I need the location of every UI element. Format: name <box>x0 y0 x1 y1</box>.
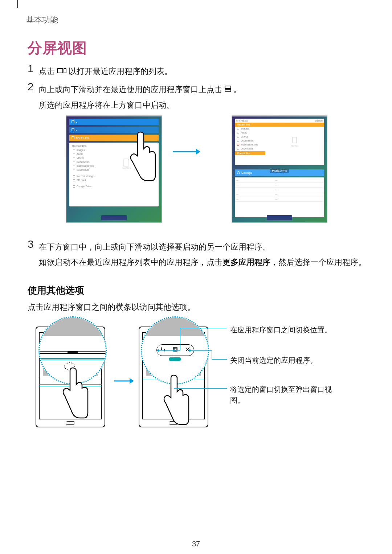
fig1r-search: Search <box>315 119 323 122</box>
step-1-number: 1 <box>28 62 34 75</box>
callout-popout: 将选定的窗口切换至弹出窗口视图。 <box>230 384 339 406</box>
svg-marker-7 <box>196 149 200 155</box>
step-1-text-b: 以打开最近应用程序的列表。 <box>69 67 172 76</box>
subsection-text: 点击应用程序窗口之间的横条以访问其他选项。 <box>28 300 195 315</box>
fig1r-settings-list: —— —— —— —— —— <box>235 177 324 217</box>
svg-rect-0 <box>57 69 63 73</box>
callout-swap: 在应用程序窗口之间切换位置。 <box>230 324 339 335</box>
subsection-heading: 使用其他选项 <box>28 284 84 297</box>
gear-icon <box>237 171 240 174</box>
hand-touch-icon <box>55 359 99 432</box>
breadcrumb: 基本功能 <box>26 15 58 25</box>
step-2-text-line2: 所选的应用程序将在上方窗口中启动。 <box>39 100 175 110</box>
fig1r-documents: Documents <box>241 139 253 142</box>
leader-line <box>174 350 174 388</box>
svg-rect-1 <box>64 69 66 73</box>
fig1-recent-files: Recent files <box>71 144 96 148</box>
fig1r-recent2: Recent files <box>235 151 265 155</box>
recents-icon <box>57 64 66 79</box>
fig1-left-row-blue: • <box>69 119 159 125</box>
fig1-sdcard: SD card <box>77 179 86 181</box>
fig1r-images: Images <box>241 127 249 130</box>
step-3-line2a: 如欲启动不在最近应用程序列表中的应用程序，点击 <box>39 258 222 267</box>
svg-rect-2 <box>225 86 231 89</box>
step-2-number: 2 <box>28 81 34 93</box>
leader-line <box>190 350 212 351</box>
fig1r-recent: Recent files <box>235 123 324 127</box>
step-3-number: 3 <box>28 238 34 250</box>
swap-icon <box>159 346 167 354</box>
step-2-text-b: 。 <box>233 85 241 94</box>
step-1-text: 点击 以打开最近应用程序的列表。 <box>39 64 172 79</box>
arrow-right-icon <box>172 147 201 156</box>
svg-rect-3 <box>225 89 231 92</box>
svg-rect-4 <box>124 159 129 166</box>
fig1-left-row-orange: MY FILES <box>69 135 159 141</box>
leader-line <box>180 328 180 350</box>
fig1r-videos: Videos <box>241 135 248 138</box>
fig1-right-screenshot: MY FILES Search Recent files Images Audi… <box>232 115 327 223</box>
step-3: 3 在下方窗口中，向上或向下滑动以选择要启动的另一个应用程序。 如欲启动不在最近… <box>28 238 366 270</box>
leader-line <box>212 350 212 359</box>
fig1-images: Images <box>77 149 85 151</box>
fig1-audio: Audio <box>77 153 83 155</box>
close-all-button-2 <box>267 215 292 220</box>
callout-close: 关闭当前选定的应用程序。 <box>230 355 339 366</box>
fig1-left-screenshot: • • MY FILES Recent files Images Audio V… <box>66 115 162 223</box>
split-icon <box>225 82 231 97</box>
page-title: 分屏视图 <box>28 38 87 58</box>
step-1: 1 点击 以打开最近应用程序的列表。 <box>28 62 172 79</box>
fig1-myfiles-label: MY FILES <box>76 136 89 140</box>
fig1-google: Google Drive <box>77 185 91 188</box>
arrow-right-icon <box>114 377 135 385</box>
step-3-bold: 更多应用程序 <box>222 258 270 267</box>
step-3-line1: 在下方窗口中，向上或向下滑动以选择要启动的另一个应用程序。 <box>39 242 270 251</box>
fig1r-settings-label: Settings <box>241 171 252 175</box>
step-3-text: 在下方窗口中，向上或向下滑动以选择要启动的另一个应用程序。 如欲启动不在最近应用… <box>39 239 366 270</box>
header-tab-edge <box>17 0 18 8</box>
file-icon <box>123 159 130 167</box>
svg-rect-8 <box>293 137 297 143</box>
fig1r-nofiles: No files <box>265 145 324 147</box>
figure-2: 在应用程序窗口之间切换位置。 关闭当前选定的应用程序。 将选定的窗口切换至弹出窗… <box>36 319 356 435</box>
file-icon <box>292 137 297 143</box>
leader-line <box>180 328 227 328</box>
step-2: 2 向上或向下滑动并在最近使用的应用程序窗口上点击 。 所选的应用程序将在上方窗… <box>28 81 241 113</box>
hand-touch-icon <box>156 374 200 439</box>
fig1-downloads: Downloads <box>77 169 89 171</box>
step-2-text-a: 向上或向下滑动并在最近使用的应用程序窗口上点击 <box>39 85 225 94</box>
fig1r-downloads: Downloads <box>241 147 253 150</box>
fig1-left-row-blue2: • <box>69 127 159 133</box>
fig1-installation: Installation files <box>77 165 94 167</box>
page-number: 37 <box>192 540 200 548</box>
step-3-line2b: ，然后选择一个应用程序。 <box>270 258 366 267</box>
fig1-left-main-panel: Recent files Images Audio Videos Documen… <box>69 143 159 206</box>
fig1r-myfiles: MY FILES <box>236 119 248 122</box>
fig1-internal: Internal storage <box>77 175 94 177</box>
fig1-nofiles: No files <box>96 167 157 169</box>
fig1-documents: Documents <box>77 161 89 163</box>
svg-marker-11 <box>130 378 134 384</box>
figure-1: • • MY FILES Recent files Images Audio V… <box>66 115 327 223</box>
close-all-button <box>101 215 127 220</box>
fig1r-installation: Installation files <box>241 143 258 146</box>
step-2-text: 向上或向下滑动并在最近使用的应用程序窗口上点击 。 所选的应用程序将在上方窗口中… <box>39 82 241 113</box>
fig1-videos: Videos <box>77 157 84 159</box>
split-handle <box>169 357 181 361</box>
more-apps-label: MORE APPS <box>270 169 289 173</box>
leader-line <box>158 350 180 351</box>
fig1r-audio: Audio <box>241 131 247 134</box>
leader-line <box>212 359 227 360</box>
step-1-text-a: 点击 <box>39 67 57 76</box>
leader-line <box>174 388 227 389</box>
